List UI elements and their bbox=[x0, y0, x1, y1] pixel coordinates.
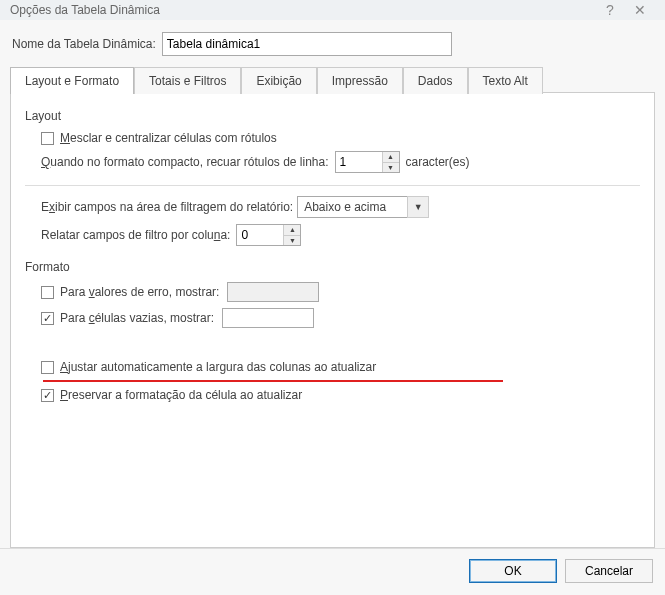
preserve-format-label: Preservar a formatação da célula ao atua… bbox=[60, 388, 302, 402]
tab-layout-formato[interactable]: Layout e Formato bbox=[10, 67, 134, 94]
spinner-down-icon[interactable]: ▼ bbox=[383, 163, 399, 173]
divider bbox=[25, 185, 640, 186]
dialog-title: Opções da Tabela Dinâmica bbox=[10, 3, 595, 17]
error-values-label: Para valores de erro, mostrar: bbox=[60, 285, 219, 299]
empty-cells-checkbox[interactable] bbox=[41, 312, 54, 325]
empty-cells-row: Para células vazias, mostrar: bbox=[25, 308, 640, 328]
preserve-format-checkbox[interactable] bbox=[41, 389, 54, 402]
tab-strip: Layout e Formato Totais e Filtros Exibiç… bbox=[10, 66, 655, 93]
compact-indent-value[interactable] bbox=[336, 152, 382, 172]
autofit-checkbox[interactable] bbox=[41, 361, 54, 374]
empty-cells-input[interactable] bbox=[222, 308, 314, 328]
highlight-annotation bbox=[43, 380, 503, 382]
compact-indent-suffix: caracter(es) bbox=[406, 155, 470, 169]
group-layout-title: Layout bbox=[25, 109, 640, 123]
table-name-input[interactable] bbox=[162, 32, 452, 56]
empty-cells-label: Para células vazias, mostrar: bbox=[60, 311, 214, 325]
error-values-input bbox=[227, 282, 319, 302]
fields-per-col-label: Relatar campos de filtro por coluna: bbox=[41, 228, 230, 242]
close-button[interactable]: ✕ bbox=[625, 2, 655, 18]
group-format-title: Formato bbox=[25, 260, 640, 274]
dialog-footer: OK Cancelar bbox=[0, 548, 665, 595]
filter-area-selected: Abaixo e acima bbox=[298, 200, 405, 214]
table-name-row: Nome da Tabela Dinâmica: bbox=[0, 20, 665, 66]
tab-texto-alt[interactable]: Texto Alt bbox=[468, 67, 543, 94]
dialog-window: Opções da Tabela Dinâmica ? ✕ Nome da Ta… bbox=[0, 0, 665, 595]
compact-indent-label: Quando no formato compacto, recuar rótul… bbox=[41, 155, 329, 169]
ok-button[interactable]: OK bbox=[469, 559, 557, 583]
error-values-checkbox[interactable] bbox=[41, 286, 54, 299]
tabs-container: Layout e Formato Totais e Filtros Exibiç… bbox=[0, 66, 665, 548]
compact-indent-spinner[interactable]: ▲ ▼ bbox=[335, 151, 400, 173]
filter-area-dropdown[interactable]: Abaixo e acima ▼ bbox=[297, 196, 429, 218]
filter-area-row: Exibir campos na área de filtragem do re… bbox=[25, 196, 640, 218]
chevron-down-icon[interactable]: ▼ bbox=[407, 196, 429, 218]
fields-per-col-value[interactable] bbox=[237, 225, 283, 245]
help-button[interactable]: ? bbox=[595, 2, 625, 18]
tab-dados[interactable]: Dados bbox=[403, 67, 468, 94]
tab-exibicao[interactable]: Exibição bbox=[241, 67, 316, 94]
error-values-row: Para valores de erro, mostrar: bbox=[25, 282, 640, 302]
fields-per-col-row: Relatar campos de filtro por coluna: ▲ ▼ bbox=[25, 224, 640, 246]
table-name-label: Nome da Tabela Dinâmica: bbox=[12, 37, 156, 51]
filter-area-label: Exibir campos na área de filtragem do re… bbox=[41, 200, 293, 214]
autofit-row: Ajustar automaticamente a largura das co… bbox=[25, 360, 640, 374]
spinner-down-icon[interactable]: ▼ bbox=[284, 236, 300, 246]
spinner-up-icon[interactable]: ▲ bbox=[284, 225, 300, 236]
tab-totais-filtros[interactable]: Totais e Filtros bbox=[134, 67, 241, 94]
cancel-button[interactable]: Cancelar bbox=[565, 559, 653, 583]
merge-cells-label: MMesclar e centralizar células com rótul… bbox=[60, 131, 277, 145]
autofit-label: Ajustar automaticamente a largura das co… bbox=[60, 360, 376, 374]
compact-indent-row: Quando no formato compacto, recuar rótul… bbox=[25, 151, 640, 173]
merge-cells-checkbox[interactable] bbox=[41, 132, 54, 145]
preserve-format-row: Preservar a formatação da célula ao atua… bbox=[25, 388, 640, 402]
spinner-up-icon[interactable]: ▲ bbox=[383, 152, 399, 163]
tab-panel-layout: Layout MMesclar e centralizar células co… bbox=[10, 92, 655, 548]
merge-cells-row: MMesclar e centralizar células com rótul… bbox=[25, 131, 640, 145]
fields-per-col-spinner[interactable]: ▲ ▼ bbox=[236, 224, 301, 246]
tab-impressao[interactable]: Impressão bbox=[317, 67, 403, 94]
title-bar: Opções da Tabela Dinâmica ? ✕ bbox=[0, 0, 665, 20]
